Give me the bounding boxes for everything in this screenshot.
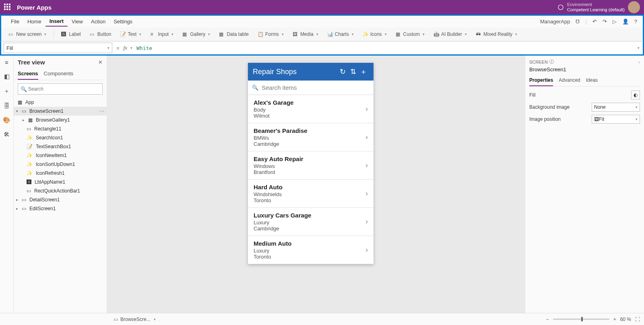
text-button[interactable]: 📝Text▾ — [117, 30, 144, 38]
list-item[interactable]: Alex's GarageBodyWilmot› — [248, 95, 374, 123]
formula-value[interactable]: White — [136, 45, 152, 51]
datatable-button[interactable]: ▦Data table — [216, 30, 252, 38]
node-browsescreen[interactable]: ▾▭BrowseScreen1⋯ — [14, 107, 107, 116]
fill-color-button[interactable]: ◐ — [631, 91, 640, 99]
item-sub: Luxury — [254, 248, 365, 254]
menu-view[interactable]: View — [68, 17, 87, 26]
node-iconnew[interactable]: ✨IconNewItem1 — [14, 151, 107, 160]
refresh-icon[interactable]: ↻ — [337, 67, 348, 76]
node-rectquick[interactable]: ▭RectQuickActionBar1 — [14, 186, 107, 195]
zoom-in-button[interactable]: + — [613, 317, 616, 322]
menu-insert[interactable]: Insert — [45, 17, 68, 27]
media-button[interactable]: 🖼Media▾ — [289, 30, 322, 38]
text-icon: 📝 — [120, 31, 126, 37]
icons-button[interactable]: ✨Icons▾ — [359, 30, 390, 38]
node-browsegallery[interactable]: ▸▦BrowseGallery1 — [14, 116, 107, 124]
info-icon[interactable]: ⓘ — [549, 59, 554, 65]
svg-point-0 — [558, 5, 563, 10]
treeview-close-icon[interactable]: ✕ — [98, 59, 103, 65]
zoom-out-button[interactable]: − — [546, 317, 549, 322]
play-icon[interactable]: ▷ — [613, 19, 617, 25]
menu-action[interactable]: Action — [87, 17, 109, 26]
media-icon: 🖼 — [293, 31, 298, 37]
aibuilder-button[interactable]: 🤖AI Builder▾ — [430, 30, 470, 38]
menu-settings[interactable]: Settings — [109, 17, 136, 26]
node-lblapp[interactable]: 🅰LblAppName1 — [14, 178, 107, 186]
item-sub: Windshields — [254, 191, 365, 197]
environment-label: Environment — [567, 2, 625, 7]
tree-search[interactable]: 🔍 — [18, 83, 103, 95]
undo-icon[interactable]: ↶ — [592, 19, 597, 25]
list-item[interactable]: Medium AutoLuxuryToronto› — [248, 236, 374, 264]
mr-icon: 🕶 — [476, 31, 481, 37]
button-button[interactable]: ▭Button — [87, 30, 115, 38]
bgimage-label: Background image — [529, 104, 570, 110]
node-searchicon[interactable]: ✨SearchIcon1 — [14, 133, 107, 142]
table-icon: ▦ — [219, 31, 225, 37]
label-button[interactable]: 🅰Label — [58, 30, 84, 38]
node-iconsort[interactable]: ✨IconSortUpDown1 — [14, 160, 107, 169]
list-item[interactable]: Easy Auto RepairWindowsBrantford› — [248, 151, 374, 180]
button-icon: ▭ — [90, 31, 95, 37]
phone-search[interactable]: 🔍 Search items — [248, 81, 374, 95]
rail-layers-icon[interactable]: ◧ — [4, 73, 10, 80]
rail-tree-icon[interactable]: ≡ — [5, 59, 8, 66]
tab-components[interactable]: Components — [44, 69, 74, 80]
node-app[interactable]: ▦App — [14, 98, 107, 107]
bgimage-select[interactable]: None▾ — [592, 103, 640, 112]
forms-button[interactable]: 📋Forms▾ — [254, 30, 287, 38]
node-iconrefresh[interactable]: ✨IconRefresh1 — [14, 169, 107, 178]
add-icon[interactable]: ＋ — [358, 67, 369, 77]
footer-breadcrumb-chevron[interactable]: ▾ — [154, 317, 156, 321]
item-city: Toronto — [254, 197, 365, 203]
item-title: Medium Auto — [254, 240, 365, 247]
user-avatar[interactable] — [628, 1, 640, 13]
app-checker-icon[interactable]: ℧ — [576, 19, 580, 25]
tab-advanced[interactable]: Advanced — [559, 76, 580, 86]
redo-icon[interactable]: ↷ — [603, 19, 607, 25]
share-icon[interactable]: 👤 — [622, 19, 629, 25]
tab-screens[interactable]: Screens — [18, 69, 38, 80]
rail-media-icon[interactable]: 🎨 — [3, 116, 10, 124]
rail-data-icon[interactable]: 🗄 — [4, 102, 10, 109]
fit-icon[interactable]: ⛶ — [635, 317, 640, 322]
zoom-slider[interactable] — [553, 319, 609, 320]
input-button[interactable]: ≡Input▾ — [147, 30, 177, 38]
tab-properties[interactable]: Properties — [529, 76, 553, 86]
item-title: Easy Auto Repair — [254, 155, 365, 162]
imgpos-select[interactable]: 🖼 Fit▾ — [592, 115, 640, 124]
rail-insert-icon[interactable]: ＋ — [4, 87, 10, 95]
app-brand: Power Apps — [17, 4, 52, 11]
screen-name: BrowseScreen1 — [529, 66, 640, 72]
app-launcher[interactable] — [4, 4, 11, 11]
chevron-right-icon[interactable]: › — [638, 60, 640, 64]
sort-icon[interactable]: ⇅ — [348, 67, 358, 76]
custom-button[interactable]: ▦Custom▾ — [392, 30, 428, 38]
node-rectangle[interactable]: ▭Rectangle11 — [14, 124, 107, 133]
help-icon[interactable]: ? — [634, 19, 637, 25]
formula-expand-icon[interactable]: ▾ — [638, 46, 640, 50]
canvas[interactable]: Repair Shops ↻ ⇅ ＋ 🔍 Search items Alex's… — [107, 56, 525, 313]
list-item[interactable]: Hard AutoWindshieldsToronto› — [248, 180, 374, 208]
menu-file[interactable]: File — [7, 17, 23, 26]
property-selector[interactable]: Fill▾ — [4, 43, 112, 53]
custom-icon: ▦ — [396, 31, 401, 37]
tab-ideas[interactable]: Ideas — [586, 76, 598, 86]
new-screen-button[interactable]: ▭New screen▾ — [5, 30, 50, 38]
gallery-button[interactable]: ▦Gallery▾ — [179, 30, 213, 38]
rail-tools-icon[interactable]: 🛠 — [4, 131, 10, 138]
node-detailscreen[interactable]: ▸▭DetailScreen1 — [14, 195, 107, 204]
node-textsearch[interactable]: 📝TextSearchBox1 — [14, 142, 107, 151]
footer-breadcrumb[interactable]: BrowseScre... — [120, 317, 151, 322]
charts-button[interactable]: 📊Charts▾ — [324, 30, 357, 38]
tree-search-input[interactable] — [27, 85, 100, 93]
node-editscreen[interactable]: ▸▭EditScreen1 — [14, 204, 107, 213]
item-title: Beamer's Paradise — [254, 127, 365, 134]
phone-title: Repair Shops — [253, 68, 337, 76]
mixedreality-button[interactable]: 🕶Mixed Reality▾ — [473, 30, 520, 38]
menu-home[interactable]: Home — [23, 17, 45, 26]
list-item[interactable]: Beamer's ParadiseBMWsCambridge› — [248, 123, 374, 151]
form-icon: 📋 — [258, 31, 263, 37]
list-item[interactable]: Luxury Cars GarageLuxuryCambridge› — [248, 208, 374, 236]
chart-icon: 📊 — [327, 31, 333, 37]
